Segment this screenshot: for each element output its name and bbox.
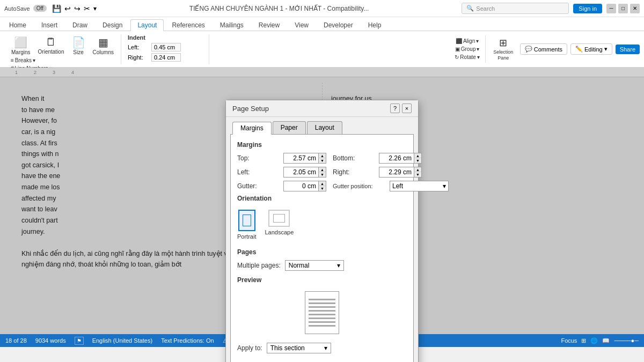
view-web-icon[interactable]: 🌐 [590, 337, 598, 344]
dialog-help-button[interactable]: ? [390, 104, 400, 113]
top-label: Top: [237, 154, 280, 162]
right-spin-down[interactable]: ▼ [414, 172, 421, 177]
minimize-button[interactable]: ─ [606, 4, 616, 13]
bottom-spin-up[interactable]: ▲ [414, 153, 421, 158]
orientation-options: Portrait Landscape [237, 206, 407, 243]
left-input[interactable] [284, 167, 318, 177]
ribbon-right-group: ⬛ Align ▾ ▣ Group ▾ ↻ Rotate ▾ ⊞ Selecti… [452, 35, 640, 63]
signin-button[interactable]: Sign in [573, 4, 602, 13]
gutter-field-row: Gutter: ▲ ▼ [237, 181, 326, 191]
dialog-close-button[interactable]: × [402, 104, 412, 113]
landscape-option[interactable]: Landscape [265, 210, 294, 240]
editing-button[interactable]: ✏️ Editing ▾ [570, 43, 612, 55]
bottom-spin-down[interactable]: ▼ [414, 158, 421, 163]
top-input[interactable] [284, 153, 318, 163]
selection-pane-button[interactable]: ⊞ Selection Pane [490, 35, 517, 63]
gutter-pos-dropdown[interactable]: Left ▾ [390, 181, 449, 191]
tab-view[interactable]: View [288, 19, 316, 31]
bottom-input[interactable] [379, 153, 414, 163]
indent-right-input[interactable] [151, 53, 181, 62]
pages-section: Pages Multiple pages: Normal ▾ [237, 248, 407, 271]
size-button[interactable]: 📄 Size [69, 34, 88, 57]
cut-icon[interactable]: ✂ [84, 4, 90, 13]
tab-help[interactable]: Help [361, 19, 389, 31]
margins-button[interactable]: ⬜ Margins [9, 34, 33, 57]
gutter-spin-down[interactable]: ▼ [318, 186, 326, 191]
bottom-input-group: ▲ ▼ [379, 153, 422, 164]
right-input-group: ▲ ▼ [379, 167, 422, 178]
portrait-label: Portrait [237, 233, 256, 240]
apply-to-chevron: ▾ [324, 344, 327, 352]
autosave-toggle[interactable]: Off [33, 5, 47, 12]
doc-title: TIẾNG ANH CHUYÊN NGÀNH 1 - MỚI NHẤT - Co… [101, 5, 458, 12]
save-icon[interactable]: 💾 [52, 4, 61, 13]
preview-line-6 [309, 317, 335, 319]
view-normal-icon[interactable]: ⊞ [581, 337, 586, 344]
dialog-tab-layout[interactable]: Layout [307, 121, 342, 134]
breaks-button[interactable]: ≡ Breaks ▾ [9, 57, 116, 64]
redo-icon[interactable]: ↪ [74, 4, 80, 13]
dialog-tab-paper[interactable]: Paper [273, 121, 306, 134]
tab-insert[interactable]: Insert [34, 19, 64, 31]
breaks-icon: ≡ [11, 57, 14, 63]
tab-layout[interactable]: Layout [130, 19, 164, 31]
multiple-pages-row: Multiple pages: Normal ▾ [237, 260, 407, 271]
indent-left-input[interactable] [151, 43, 181, 51]
group-button[interactable]: ▣ Group ▾ [453, 46, 482, 53]
dialog-tab-margins[interactable]: Margins [232, 122, 272, 135]
right-margin-label: Right: [333, 168, 376, 176]
top-spin-down[interactable]: ▼ [318, 158, 326, 163]
zoom-slider[interactable]: ────●─ [614, 337, 639, 344]
undo-icon[interactable]: ↩ [64, 4, 71, 13]
bottom-spinners: ▲ ▼ [414, 153, 421, 163]
top-spin-up[interactable]: ▲ [318, 153, 326, 158]
close-button[interactable]: ✕ [630, 4, 640, 13]
orientation-button[interactable]: 🗒 Orientation [35, 34, 67, 56]
search-box[interactable]: 🔍 Search [462, 3, 569, 14]
ribbon-group-indent: Indent Left: Right: [123, 34, 209, 64]
margins-two-col: Top: ▲ ▼ Left: [237, 153, 407, 195]
search-placeholder: Search [476, 5, 495, 12]
gutter-spin-up[interactable]: ▲ [318, 181, 326, 186]
apply-to-dropdown[interactable]: This section ▾ [267, 343, 331, 353]
autosave-label: AutoSave [4, 5, 30, 12]
gutter-pos-value: Left [392, 182, 403, 190]
ribbon-toolbar: ⬜ Margins 🗒 Orientation 📄 Size ▦ Columns… [0, 31, 644, 68]
comments-button[interactable]: 💬 Comments [520, 43, 567, 55]
more-tools-icon[interactable]: ▾ [93, 5, 97, 12]
rotate-button[interactable]: ↻ Rotate ▾ [452, 54, 481, 61]
tab-design[interactable]: Design [96, 19, 129, 31]
share-button[interactable]: Share [616, 45, 640, 54]
view-read-icon[interactable]: 📖 [602, 337, 610, 344]
group-dropdown-icon: ▾ [477, 46, 479, 52]
maximize-button[interactable]: □ [618, 4, 628, 13]
indent-left-label: Left: [128, 44, 149, 50]
preview-section: Preview [237, 276, 407, 337]
gutter-input[interactable] [284, 181, 318, 191]
tab-references[interactable]: References [165, 19, 211, 31]
top-field-row: Top: ▲ ▼ [237, 153, 326, 164]
portrait-icon [238, 210, 255, 231]
left-spin-down[interactable]: ▼ [318, 172, 326, 177]
margins-section-label: Margins [237, 141, 407, 149]
left-spin-up[interactable]: ▲ [318, 167, 326, 172]
align-button[interactable]: ⬛ Align ▾ [453, 38, 481, 45]
gutter-label: Gutter: [237, 182, 280, 190]
text-predictions: Text Predictions: On [161, 337, 214, 344]
tab-developer[interactable]: Developer [317, 19, 360, 31]
tab-home[interactable]: Home [2, 19, 33, 31]
tab-mailings[interactable]: Mailings [213, 19, 251, 31]
focus-label[interactable]: Focus [561, 337, 577, 344]
dialog-controls: ? × [390, 104, 412, 113]
portrait-option[interactable]: Portrait [237, 210, 256, 240]
left-input-group: ▲ ▼ [283, 167, 326, 178]
right-input[interactable] [379, 167, 414, 177]
tab-draw[interactable]: Draw [65, 19, 94, 31]
rotate-dropdown-icon: ▾ [477, 54, 480, 60]
multiple-pages-label: Multiple pages: [237, 262, 281, 269]
columns-button[interactable]: ▦ Columns [90, 34, 116, 57]
tab-review[interactable]: Review [252, 19, 287, 31]
multiple-pages-dropdown[interactable]: Normal ▾ [285, 260, 344, 271]
multiple-pages-value: Normal [289, 262, 310, 269]
right-spin-up[interactable]: ▲ [414, 167, 421, 172]
